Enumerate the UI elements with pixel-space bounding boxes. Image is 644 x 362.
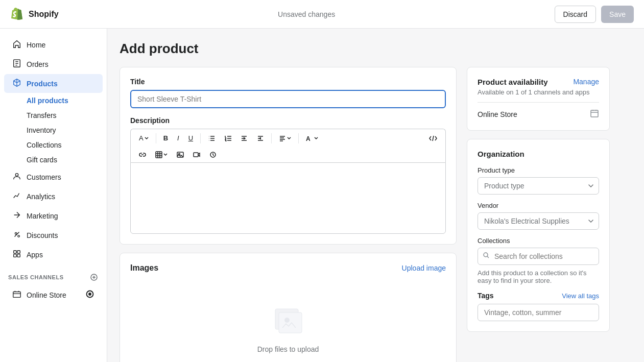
table-button[interactable] [151,149,172,160]
upload-image-link[interactable]: Upload image [402,264,446,272]
svg-point-2 [15,232,17,234]
sidebar-item-analytics[interactable]: Analytics [4,187,103,206]
special-char-button[interactable] [205,149,221,160]
ordered-list-button[interactable] [220,133,235,144]
toolbar-separator-4 [298,133,299,143]
list-ol-icon [224,135,231,142]
chevron-down-icon-color [314,137,318,140]
image-icon [177,151,184,158]
list-ul-icon [208,135,215,142]
products-icon [12,78,21,89]
discounts-icon [12,230,21,240]
indent-icon [241,135,248,142]
sidebar-subitem-gift-cards[interactable]: Gift cards [4,153,103,167]
all-products-label: All products [27,96,68,105]
topbar-left: shopify [10,7,59,21]
source-code-button[interactable] [425,133,441,144]
sidebar-subitem-inventory[interactable]: Inventory [4,123,103,137]
sidebar-item-apps[interactable]: Apps [4,245,103,264]
sidebar-item-marketing[interactable]: Marketing [4,206,103,225]
online-store-label: Online Store [27,291,66,299]
align-icon [279,135,286,142]
analytics-icon [12,191,21,202]
text-color-button[interactable]: A [302,133,322,144]
svg-rect-19 [279,312,302,333]
product-type-label: Product type [478,166,599,174]
sidebar-item-home[interactable]: Home [4,35,103,54]
drop-zone-illustration [268,301,308,339]
collections-search-input[interactable] [478,248,599,265]
drop-zone[interactable]: Drop files to upload [130,281,446,362]
customers-icon [12,172,21,182]
collections-label: Collections [478,237,599,245]
svg-rect-7 [17,254,20,257]
sidebar-item-discounts[interactable]: Discounts [4,226,103,245]
images-title: Images [130,263,158,273]
chevron-down-icon-align [287,137,291,140]
vendor-select[interactable]: Nikola's Electrical Supplies [478,212,599,230]
view-all-tags-link[interactable]: View all tags [562,292,599,300]
discard-button[interactable]: Discard [555,6,596,23]
availability-header: Product availability Manage [478,78,599,86]
underline-button[interactable]: U [184,132,197,144]
calendar-icon[interactable] [590,109,599,120]
video-icon [193,151,200,158]
sidebar-subitem-collections[interactable]: Collections [4,138,103,152]
outdent-button[interactable] [253,133,268,144]
tags-field: Tags View all tags [478,292,599,321]
home-icon [12,39,21,50]
image-button[interactable] [173,149,188,160]
search-icon [483,252,490,261]
content-grid: Title Description A B I U [120,67,610,362]
unordered-list-button[interactable] [204,133,219,144]
sidebar-subitem-transfers[interactable]: Transfers [4,108,103,123]
save-button[interactable]: Save [601,6,634,23]
tags-title: Tags [478,292,494,300]
italic-button[interactable]: I [173,132,183,144]
product-type-select[interactable]: Product type [478,177,599,195]
svg-rect-16 [194,153,198,157]
page-title: Add product [120,41,632,57]
svg-rect-4 [14,251,16,253]
organization-title: Organization [478,150,599,158]
product-title-input[interactable] [130,90,446,108]
manage-link[interactable]: Manage [573,78,599,86]
svg-rect-9 [13,292,20,298]
transfers-label: Transfers [27,111,57,119]
shopify-logo: shopify [10,7,59,21]
description-editor[interactable] [130,162,446,234]
collections-label: Collections [27,141,61,149]
table-icon [155,151,162,158]
product-details-card: Title Description A B I U [120,67,457,245]
sidebar-customers-label: Customers [27,173,61,181]
unsaved-status: Unsaved changes [278,10,335,18]
sidebar-subitem-all-products[interactable]: All products [4,93,103,108]
images-placeholder-icon [268,301,308,337]
link-button[interactable] [135,149,150,160]
indent-button[interactable] [236,133,252,144]
link-icon [139,151,146,158]
special-char-icon [209,151,217,158]
bold-button[interactable]: B [159,132,172,144]
tags-input[interactable] [478,304,599,321]
availability-subtitle: Available on 1 of 1 channels and apps [478,88,599,96]
svg-point-11 [89,293,91,295]
svg-point-22 [484,253,488,257]
availability-title: Product availability [478,78,548,86]
sidebar-item-orders[interactable]: Orders [4,55,103,74]
svg-point-20 [284,318,290,323]
toolbar-separator-3 [271,133,272,143]
text-align-button[interactable] [275,133,295,144]
toolbar-separator [156,133,156,143]
brand-name: shopify [29,10,59,19]
layout: Home Orders Products All products Transf… [0,29,644,362]
font-size-button[interactable]: A [135,132,153,144]
sidebar-item-products[interactable]: Products [4,74,103,93]
sidebar-marketing-label: Marketing [27,212,58,220]
online-store-settings-icon[interactable] [85,289,94,300]
sidebar-item-online-store[interactable]: Online Store [4,285,103,304]
organization-card: Organization Product type Product type V… [467,139,610,332]
video-button[interactable] [189,149,204,160]
add-sales-channel-icon[interactable] [89,273,99,282]
sidebar-item-customers[interactable]: Customers [4,167,103,186]
